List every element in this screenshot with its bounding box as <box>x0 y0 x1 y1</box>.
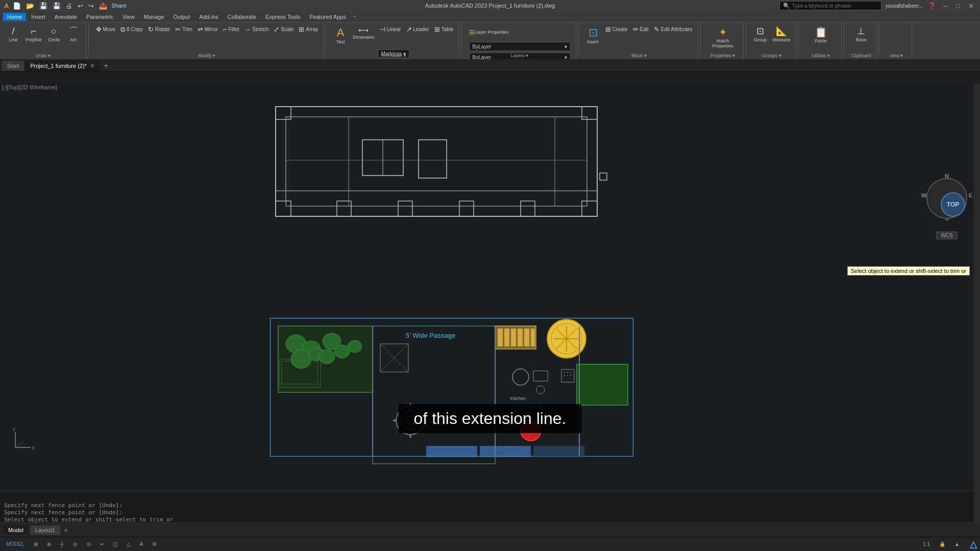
status-polar[interactable]: ◎ <box>70 540 81 548</box>
btn-measure[interactable]: 📐 Measure <box>771 24 793 44</box>
btn-scale[interactable]: ⤢ Scale <box>272 24 296 35</box>
qa-print[interactable]: 🖨 <box>65 2 74 10</box>
group-view-label: View ▾ <box>881 53 912 58</box>
btn-circle[interactable]: ○ Circle <box>45 24 63 44</box>
tab-express[interactable]: Express Tools <box>261 13 304 21</box>
tab-view[interactable]: View <box>118 13 139 21</box>
tab-featured[interactable]: Featured Apps <box>305 13 350 21</box>
rotate-icon: ↻ <box>148 26 154 34</box>
tab-addins[interactable]: Add-ins <box>195 13 223 21</box>
btn-layer-properties[interactable]: ≡ Layer Properties <box>467 24 511 40</box>
svg-point-67 <box>570 375 571 376</box>
tab-manage[interactable]: Manage <box>140 13 168 21</box>
btn-edit-attributes[interactable]: ✎ Edit Attributes <box>652 24 695 35</box>
title-bar-center: Autodesk AutoCAD 2023 Project_1 furnitur… <box>425 3 555 9</box>
array-icon: ⊞ <box>299 26 304 34</box>
btn-fillet[interactable]: ⌐ Fillet <box>221 24 241 35</box>
btn-arc[interactable]: ⌒ Arc <box>64 24 83 44</box>
tab-output[interactable]: Output <box>169 13 194 21</box>
right-panel[interactable] <box>974 84 980 522</box>
btn-base[interactable]: ⊥ Base <box>852 24 870 44</box>
qa-saveas[interactable]: 💾 <box>52 2 62 10</box>
layer-dropdown-1[interactable]: ByLayer▾ <box>469 42 571 51</box>
cmd-line-2: Specify next fence point or [Undo]: <box>4 509 976 516</box>
btn-line[interactable]: / Line <box>4 24 22 44</box>
qa-redo[interactable]: ↪ <box>87 2 95 10</box>
status-select[interactable]: △ <box>124 540 134 548</box>
wcs-label: WCS <box>936 232 957 239</box>
doc-tab-add[interactable]: + <box>101 61 111 71</box>
status-1-1[interactable]: 1:1 <box>920 540 933 548</box>
btn-mirror[interactable]: ⇌ Mirror <box>195 24 220 35</box>
qa-save[interactable]: 💾 <box>38 2 48 10</box>
status-hardware[interactable]: ▲ <box>951 540 963 548</box>
maximize-btn[interactable]: □ <box>954 2 962 10</box>
status-snap[interactable]: ⊕ <box>44 540 54 548</box>
btn-dimension[interactable]: ⟷ Dimension <box>351 24 377 41</box>
qa-share[interactable]: 📤 <box>98 2 108 10</box>
tab-parametric[interactable]: Parametric <box>82 13 117 21</box>
search-box[interactable]: 🔍 <box>779 1 881 10</box>
btn-array[interactable]: ⊞ Array <box>297 24 320 35</box>
svg-rect-46 <box>504 329 509 346</box>
btn-rotate[interactable]: ↻ Rotate <box>146 24 172 35</box>
status-grid[interactable]: ⊞ <box>31 540 41 548</box>
doc-tab-close[interactable]: ✕ <box>90 62 95 69</box>
help-btn[interactable]: ❓ <box>927 2 937 10</box>
nav-widget: N S E W TOP WCS <box>921 173 972 239</box>
qa-open[interactable]: 📂 <box>25 2 35 10</box>
btn-match-properties[interactable]: ✦ MatchProperties <box>710 24 736 50</box>
btn-linear[interactable]: ⊣ Linear <box>378 24 403 35</box>
btn-leader[interactable]: ↗ Leader <box>404 24 431 35</box>
canvas-area[interactable]: 5' Wide Passage <box>0 84 980 522</box>
status-lock[interactable]: 🔒 <box>936 540 948 548</box>
group-view: View ▾ <box>881 23 912 59</box>
compass-ring: TOP <box>926 178 967 219</box>
autocad-app-icon: A <box>4 2 9 10</box>
doc-tab-project[interactable]: Project_1 furniture (2)* ✕ <box>25 61 100 71</box>
status-workspace[interactable]: ⚙ <box>149 540 160 548</box>
svg-rect-73 <box>533 446 584 457</box>
btn-stretch[interactable]: ↔ Stretch <box>242 24 271 35</box>
tab-insert[interactable]: Insert <box>27 13 50 21</box>
btn-edit[interactable]: ✏ Edit <box>631 24 651 35</box>
btn-create[interactable]: ⊞ Create <box>603 24 630 35</box>
svg-rect-72 <box>480 446 531 457</box>
btn-trim[interactable]: ✂ Trim <box>173 24 194 35</box>
status-transparency[interactable]: ◫ <box>110 540 120 548</box>
group-clipboard-label: Clipboard <box>846 53 876 58</box>
status-lineweight[interactable]: ═ <box>97 540 107 548</box>
tab-annotate[interactable]: Annotate <box>51 13 81 21</box>
btn-move[interactable]: ✥ Move <box>94 24 117 35</box>
status-annotation[interactable]: A <box>137 540 146 548</box>
view-top-btn[interactable]: TOP <box>941 192 965 217</box>
layout-tab-add[interactable]: + <box>62 525 70 535</box>
share-label[interactable]: Share <box>111 3 126 9</box>
layout-tab-layout1[interactable]: Layout1 <box>30 525 60 535</box>
qa-undo[interactable]: ↩ <box>77 2 84 10</box>
tab-home[interactable]: Home <box>3 13 26 21</box>
btn-insert[interactable]: ⊡ Insert <box>584 24 602 46</box>
tab-collaborate[interactable]: Collaborate <box>224 13 260 21</box>
tooltip-box: Select object to extend or shift-select … <box>847 266 970 276</box>
btn-table[interactable]: ⊞ Table <box>432 24 456 35</box>
status-osnap[interactable]: ⊙ <box>84 540 94 548</box>
btn-polyline[interactable]: ⌐ Polyline <box>23 24 44 44</box>
search-input[interactable] <box>792 3 869 9</box>
status-model[interactable]: MODEL <box>3 540 28 548</box>
doc-tab-start[interactable]: Start <box>2 61 24 71</box>
user-name[interactable]: yousafshabeer... <box>886 3 923 9</box>
linear-icon: ⊣ <box>380 26 385 34</box>
svg-rect-49 <box>524 329 529 346</box>
leader-icon: ↗ <box>406 26 412 34</box>
btn-paste[interactable]: 📋 Paste <box>812 24 830 45</box>
btn-copy[interactable]: ⧉ 8 Copy <box>118 24 145 35</box>
minimize-btn[interactable]: ─ <box>941 2 950 10</box>
btn-group[interactable]: ⊡ Group <box>751 24 770 44</box>
close-btn[interactable]: ✕ <box>966 2 976 10</box>
layout-tab-model[interactable]: Model <box>3 525 29 535</box>
btn-text[interactable]: A Text <box>331 24 350 46</box>
tab-extra[interactable]: + <box>353 14 356 19</box>
status-ortho[interactable]: ┼ <box>57 540 67 548</box>
qa-new[interactable]: 📄 <box>12 2 22 10</box>
